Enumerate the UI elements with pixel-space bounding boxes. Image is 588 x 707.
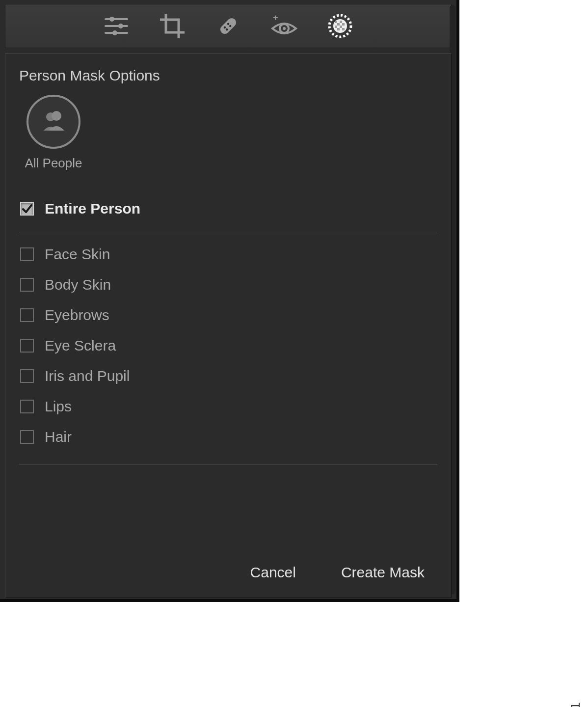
svg-rect-23 [342, 28, 345, 30]
create-mask-button[interactable]: Create Mask [329, 559, 436, 586]
watermark-text: © arnoldfoto.no 2021 [568, 702, 583, 707]
masking-icon [327, 13, 353, 39]
option-label: Iris and Pupil [45, 368, 130, 384]
option-eyebrows[interactable]: Eyebrows [19, 300, 437, 330]
healing-tool-button[interactable] [215, 13, 241, 39]
panel-title: Person Mask Options [19, 67, 437, 84]
svg-point-13 [283, 27, 286, 30]
edit-tool-button[interactable] [103, 13, 130, 39]
masking-tool-button[interactable] [327, 13, 353, 39]
svg-rect-22 [337, 28, 340, 30]
red-eye-tool-button[interactable]: + [271, 13, 297, 39]
option-label: Body Skin [45, 276, 111, 293]
svg-rect-19 [342, 23, 345, 26]
toolstrip: + [5, 4, 452, 48]
checkbox-lips[interactable] [20, 400, 34, 413]
button-row: Cancel Create Mask [239, 559, 436, 586]
person-mask-panel: Person Mask Options [5, 53, 452, 598]
edit-icon [104, 15, 129, 37]
people-item-label: All People [25, 156, 82, 171]
option-label: Eye Sclera [45, 337, 116, 354]
svg-point-25 [46, 112, 55, 121]
svg-rect-6 [218, 16, 238, 36]
option-label: Eyebrows [45, 307, 109, 324]
red-eye-icon: + [270, 14, 298, 38]
svg-point-3 [109, 17, 114, 22]
divider [19, 232, 437, 232]
healing-icon [215, 13, 241, 39]
option-eye-sclera[interactable]: Eye Sclera [19, 330, 437, 361]
app-frame: + [0, 0, 459, 602]
people-icon [39, 106, 68, 137]
checkbox-hair[interactable] [20, 430, 34, 444]
option-face-skin[interactable]: Face Skin [19, 239, 437, 270]
checkbox-iris-pupil[interactable] [20, 369, 34, 383]
option-lips[interactable]: Lips [19, 391, 437, 422]
checkbox-entire-person[interactable] [20, 202, 34, 216]
option-label: Entire Person [45, 200, 140, 217]
svg-rect-17 [340, 21, 342, 23]
svg-point-4 [118, 24, 123, 28]
checkbox-body-skin[interactable] [20, 278, 34, 292]
divider [19, 464, 437, 464]
crop-icon [160, 14, 185, 38]
option-label: Face Skin [45, 246, 110, 263]
checkbox-eyebrows[interactable] [20, 308, 34, 322]
cancel-button[interactable]: Cancel [239, 559, 308, 586]
svg-rect-21 [340, 26, 342, 28]
svg-text:+: + [273, 14, 278, 23]
svg-rect-20 [335, 26, 337, 28]
checkbox-eye-sclera[interactable] [20, 339, 34, 353]
svg-rect-16 [335, 21, 337, 23]
option-iris-pupil[interactable]: Iris and Pupil [19, 361, 437, 391]
avatar [27, 95, 80, 149]
crop-tool-button[interactable] [159, 13, 186, 39]
option-label: Hair [45, 429, 72, 445]
people-item-all[interactable]: All People [19, 95, 88, 171]
checkbox-face-skin[interactable] [20, 247, 34, 261]
option-entire-person[interactable]: Entire Person [19, 190, 437, 228]
option-body-skin[interactable]: Body Skin [19, 270, 437, 300]
svg-point-5 [112, 30, 117, 35]
option-label: Lips [45, 398, 72, 415]
people-list: All People [19, 95, 437, 171]
option-hair[interactable]: Hair [19, 422, 437, 452]
svg-rect-18 [337, 23, 340, 26]
